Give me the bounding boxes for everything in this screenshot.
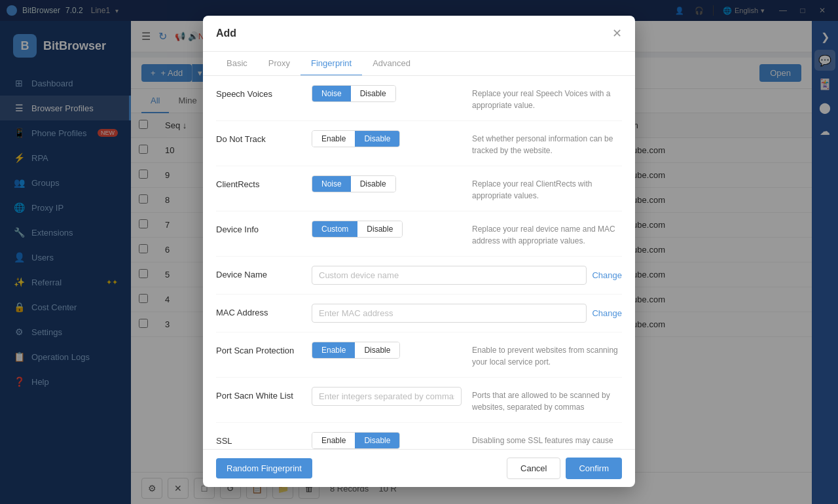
mac-address-input[interactable]	[312, 304, 587, 323]
modal-footer: Random Fingerprint Cancel Confirm	[203, 449, 635, 487]
modal-tab-advanced[interactable]: Advanced	[362, 52, 421, 76]
do-not-track-label: Do Not Track	[216, 130, 301, 144]
device-name-control: Change	[312, 266, 622, 285]
ssl-label: SSL	[216, 432, 301, 446]
client-rects-noise-btn[interactable]: Noise	[312, 176, 351, 192]
do-not-track-desc: Set whether personal information can be …	[472, 130, 622, 156]
cancel-button[interactable]: Cancel	[507, 458, 560, 479]
device-info-toggle: Custom Disable	[312, 221, 403, 238]
port-scan-whitelist-input[interactable]	[312, 387, 462, 406]
modal-tab-proxy[interactable]: Proxy	[258, 52, 301, 76]
port-scan-whitelist-label: Port Sacn White List	[216, 387, 301, 401]
mac-address-change-btn[interactable]: Change	[592, 308, 622, 318]
modal-close-button[interactable]: ✕	[612, 26, 622, 41]
port-scan-label: Port Scan Protection	[216, 342, 301, 355]
ssl-enable-btn[interactable]: Enable	[312, 433, 355, 448]
mac-address-row: MAC Address Change	[216, 295, 622, 333]
do-not-track-enable-btn[interactable]: Enable	[312, 131, 355, 147]
client-rects-desc: Replace your real ClientRects with appro…	[472, 175, 622, 202]
mac-address-label: MAC Address	[216, 304, 301, 317]
client-rects-row: ClientRects Noise Disable Replace your r…	[216, 166, 622, 211]
do-not-track-toggle: Enable Disable	[312, 130, 400, 147]
speech-voices-disable-btn[interactable]: Disable	[351, 86, 395, 101]
port-scan-control: Enable Disable	[312, 342, 462, 359]
modal-tabs: Basic Proxy Fingerprint Advanced	[203, 52, 635, 76]
mac-address-input-group: Change	[312, 304, 622, 323]
device-name-input[interactable]	[312, 266, 587, 285]
port-scan-disable-btn[interactable]: Disable	[355, 342, 399, 358]
do-not-track-disable-btn[interactable]: Disable	[355, 131, 399, 147]
speech-voices-label: Speech Voices	[216, 85, 301, 99]
port-scan-whitelist-control	[312, 387, 462, 406]
random-fingerprint-button[interactable]: Random Fingerprint	[216, 458, 312, 478]
port-scan-toggle: Enable Disable	[312, 342, 400, 359]
speech-voices-row: Speech Voices Noise Disable Replace your…	[216, 76, 622, 121]
device-name-change-btn[interactable]: Change	[592, 270, 622, 280]
speech-voices-noise-btn[interactable]: Noise	[312, 86, 351, 101]
mac-address-control: Change	[312, 304, 622, 323]
client-rects-control: Noise Disable	[312, 175, 462, 192]
device-info-row: Device Info Custom Disable Replace your …	[216, 211, 622, 257]
confirm-button[interactable]: Confirm	[566, 458, 622, 479]
modal-tab-fingerprint[interactable]: Fingerprint	[301, 52, 362, 76]
port-scan-whitelist-desc: Ports that are allowed to be scanned by …	[472, 387, 622, 413]
speech-voices-desc: Replace your real Speech Voices with a a…	[472, 85, 622, 111]
device-info-label: Device Info	[216, 221, 301, 234]
device-name-label: Device Name	[216, 266, 301, 279]
device-info-disable-btn[interactable]: Disable	[357, 221, 402, 237]
ssl-row: SSL Enable Disable Disabling some SSL fe…	[216, 423, 622, 449]
port-scan-enable-btn[interactable]: Enable	[312, 342, 355, 358]
speech-voices-toggle: Noise Disable	[312, 85, 396, 102]
device-name-row: Device Name Change	[216, 257, 622, 295]
ssl-disable-btn[interactable]: Disable	[355, 433, 399, 448]
port-scan-whitelist-row: Port Sacn White List Ports that are allo…	[216, 378, 622, 423]
modal-overlay[interactable]: Add ✕ Basic Proxy Fingerprint Advanced S…	[0, 0, 838, 504]
modal-body: Speech Voices Noise Disable Replace your…	[203, 76, 635, 449]
client-rects-toggle: Noise Disable	[312, 175, 396, 192]
modal-header: Add ✕	[203, 16, 635, 52]
modal-title: Add	[216, 27, 236, 39]
client-rects-label: ClientRects	[216, 175, 301, 189]
ssl-control: Enable Disable	[312, 432, 462, 449]
device-info-control: Custom Disable	[312, 221, 462, 238]
client-rects-disable-btn[interactable]: Disable	[351, 176, 395, 192]
port-scan-row: Port Scan Protection Enable Disable Enab…	[216, 333, 622, 378]
do-not-track-row: Do Not Track Enable Disable Set whether …	[216, 121, 622, 166]
speech-voices-control: Noise Disable	[312, 85, 462, 102]
ssl-desc: Disabling some SSL features may cause so…	[472, 432, 622, 449]
modal-footer-actions: Cancel Confirm	[507, 458, 622, 479]
device-name-input-group: Change	[312, 266, 622, 285]
do-not-track-control: Enable Disable	[312, 130, 462, 147]
device-info-desc: Replace your real device name and MAC ad…	[472, 221, 622, 247]
modal-tab-basic[interactable]: Basic	[216, 52, 258, 76]
add-profile-modal: Add ✕ Basic Proxy Fingerprint Advanced S…	[203, 16, 635, 487]
port-scan-desc: Enable to prevent websites from scanning…	[472, 342, 622, 368]
device-info-custom-btn[interactable]: Custom	[312, 221, 357, 237]
ssl-toggle: Enable Disable	[312, 432, 400, 449]
